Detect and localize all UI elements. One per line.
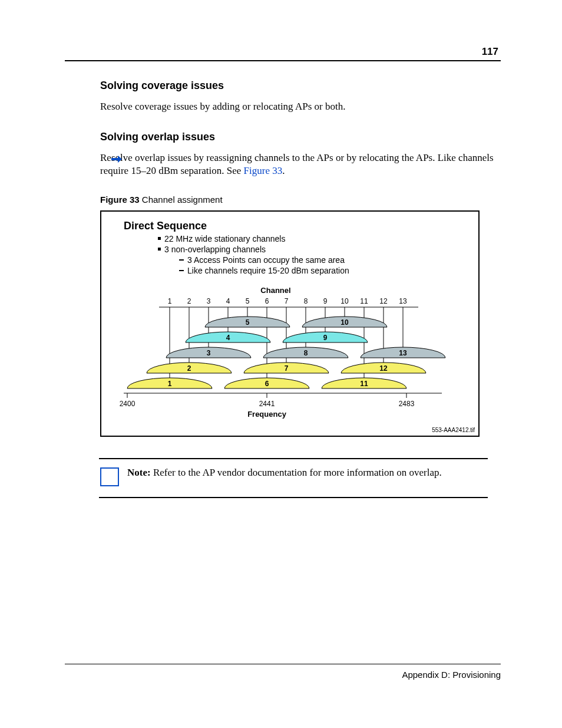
figure-subbullet-1: 3 Access Points can occupy the same area [179, 255, 345, 265]
figure-title: Direct Sequence [124, 220, 207, 232]
page-number: 117 [482, 46, 498, 58]
svg-text:12: 12 [379, 364, 388, 373]
svg-text:1: 1 [168, 380, 172, 388]
svg-text:9: 9 [323, 334, 328, 342]
svg-text:12: 12 [379, 297, 388, 305]
svg-text:13: 13 [399, 297, 407, 305]
svg-text:5: 5 [246, 297, 250, 305]
svg-text:8: 8 [304, 349, 308, 357]
svg-text:2400: 2400 [120, 400, 135, 408]
svg-text:3: 3 [207, 297, 211, 305]
svg-text:13: 13 [399, 349, 407, 357]
figure-box: Direct Sequence 22 MHz wide stationary c… [100, 210, 480, 437]
note-block: Note: Refer to the AP vendor documentati… [99, 458, 488, 498]
heading-overlap: Solving overlap issues [100, 131, 501, 143]
header-rule [65, 60, 501, 61]
svg-text:9: 9 [323, 297, 328, 305]
main-content: Solving coverage issues Resolve coverage… [100, 80, 501, 498]
figure-caption: Figure 33 Channel assignment [100, 195, 501, 205]
axis-label-channel: Channel [260, 287, 290, 295]
svg-text:2: 2 [187, 364, 191, 373]
svg-text:4: 4 [226, 297, 230, 305]
note-label: Note: [127, 467, 151, 478]
figure-bullet-2: 3 non-overlapping channels [158, 245, 266, 254]
heading-coverage: Solving coverage issues [100, 80, 501, 92]
overlap-text-pre: Resolve overlap issues by reassigning ch… [100, 152, 494, 176]
paragraph-overlap: Resolve overlap issues by reassigning ch… [100, 151, 501, 177]
figure-bullet-1: 22 MHz wide stationary channels [158, 234, 285, 243]
channel-tick-labels: 1 2 3 4 5 6 7 8 9 10 11 12 13 [168, 297, 407, 305]
note-arrow-icon [100, 467, 119, 486]
svg-text:11: 11 [360, 380, 368, 388]
svg-text:11: 11 [360, 297, 368, 305]
svg-text:6: 6 [265, 380, 269, 388]
svg-text:10: 10 [340, 318, 349, 327]
figure-source-cite: 553-AAA2412.tif [432, 427, 475, 433]
figure-caption-label: Figure 33 [100, 195, 140, 205]
svg-text:7: 7 [285, 364, 289, 373]
overlap-text-post: . [282, 165, 285, 176]
note-body: Refer to the AP vendor documentation for… [151, 467, 442, 478]
channel-diagram: Channel 1 2 3 4 5 6 7 8 9 10 11 12 13 [112, 287, 471, 421]
svg-text:5: 5 [246, 318, 250, 327]
frequency-tick-labels: 2400 2441 2483 [120, 400, 415, 408]
svg-text:2441: 2441 [259, 400, 275, 408]
svg-text:2483: 2483 [399, 400, 415, 408]
svg-text:3: 3 [207, 349, 211, 357]
channel-lobes [127, 317, 445, 388]
channel-ticks [170, 307, 403, 312]
svg-rect-60 [111, 158, 118, 160]
axis-label-frequency: Frequency [247, 410, 287, 419]
svg-text:8: 8 [304, 297, 308, 305]
svg-marker-61 [118, 156, 122, 163]
svg-text:10: 10 [340, 297, 349, 305]
footer-text: Appendix D: Provisioning [402, 670, 501, 680]
figure-caption-text: Channel assignment [140, 195, 223, 205]
svg-text:7: 7 [285, 297, 289, 305]
note-text: Note: Refer to the AP vendor documentati… [127, 465, 442, 479]
paragraph-coverage: Resolve coverage issues by adding or rel… [100, 100, 501, 113]
svg-text:6: 6 [265, 297, 269, 305]
svg-text:4: 4 [226, 334, 230, 342]
svg-text:2: 2 [187, 297, 191, 305]
figure-xref-link[interactable]: Figure 33 [244, 165, 283, 176]
svg-text:1: 1 [168, 297, 172, 305]
footer-rule [65, 664, 501, 664]
figure-subbullet-2: Like channels require 15-20 dBm separati… [179, 266, 349, 275]
